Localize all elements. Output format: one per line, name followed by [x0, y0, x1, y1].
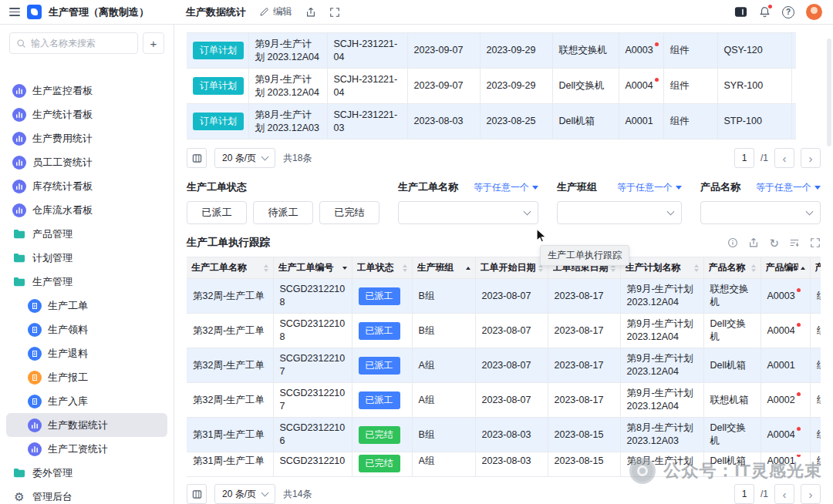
- cell: 组: [810, 418, 821, 452]
- sidebar-item[interactable]: 员工工资统计: [6, 150, 167, 174]
- current-page[interactable]: 1: [734, 484, 754, 504]
- sidebar-item[interactable]: 生产报工: [6, 365, 167, 389]
- column-config-button[interactable]: [187, 484, 207, 504]
- table-row[interactable]: 订单计划 第8月-生产计划 2023.12A03 SCJH-231221-03 …: [187, 104, 796, 139]
- status-chip[interactable]: 已完结: [319, 201, 379, 224]
- cell: SYR-100: [717, 69, 791, 104]
- cell: 第9月-生产计划 2023.12A04: [620, 314, 703, 348]
- column-header[interactable]: 工单状态: [352, 257, 412, 279]
- info-icon[interactable]: [727, 237, 738, 248]
- sidebar-item[interactable]: 委外管理: [6, 461, 167, 485]
- column-header[interactable]: 生产工单名称: [187, 257, 273, 279]
- track-table-wrap: 生产工单名称 生产工单编号 工单状态 生产班组 工单开始日期 工单结束日期 生产…: [187, 257, 821, 477]
- table-row[interactable]: 第32周-生产工单 SCGD23122108 已派工 B组 2023-08-07…: [187, 279, 821, 314]
- edit-button[interactable]: 编辑: [259, 5, 292, 18]
- table-row[interactable]: 订单计划 第9月-生产计划 2023.12A04 SCJH-231221-04 …: [187, 33, 796, 69]
- team-select[interactable]: [557, 201, 682, 224]
- cell: 组件: [663, 33, 717, 69]
- sidebar-item-active[interactable]: 生产数据统计: [6, 413, 167, 437]
- sidebar-item[interactable]: 生产领料: [6, 318, 167, 341]
- sidebar-item[interactable]: 产品管理: [6, 222, 167, 246]
- fullscreen-icon[interactable]: [810, 237, 821, 248]
- search-box[interactable]: [9, 32, 138, 54]
- cell: SCGD23122106: [273, 418, 352, 452]
- cell: SCJH-231221-04: [327, 69, 407, 104]
- search-input[interactable]: [31, 38, 131, 49]
- column-header[interactable]: 工单开始日期: [475, 257, 548, 279]
- sidebar-item[interactable]: 仓库流水看板: [6, 198, 167, 222]
- page-size-select[interactable]: 20 条/页: [214, 148, 275, 168]
- sort-carets: [403, 264, 407, 272]
- cell: SCJH-231221-04: [327, 33, 407, 69]
- prev-page-button[interactable]: ‹: [774, 484, 794, 504]
- sidebar-item-admin[interactable]: ⚙ 管理后台: [6, 485, 167, 504]
- table-row[interactable]: 订单计划 第9月-生产计划 2023.12A04 SCJH-231221-04 …: [187, 69, 796, 104]
- dashboard-icon: [12, 156, 26, 170]
- order-plan-tag: 订单计划: [193, 113, 244, 130]
- cell: 2023-08-03: [475, 418, 548, 452]
- next-page-button[interactable]: ›: [801, 148, 821, 168]
- user-avatar[interactable]: [806, 4, 822, 20]
- sidebar-item[interactable]: 生产费用统计: [6, 126, 167, 150]
- next-page-button[interactable]: ›: [801, 484, 821, 504]
- sidebar-item[interactable]: 生产工资统计: [6, 437, 167, 461]
- table-row[interactable]: 第32周-生产工单 SCGD23122107 已派工 A组 2023-08-07…: [187, 383, 821, 418]
- plan-table: 订单计划 第9月-生产计划 2023.12A04 SCJH-231221-04 …: [187, 32, 796, 139]
- cell: 2023-08-07: [475, 314, 548, 348]
- table-row[interactable]: 第31周-生产工单 SCGD23122105 已完结 A组 2023-08-03…: [187, 452, 821, 477]
- table-row[interactable]: 第32周-生产工单 SCGD23122107 已派工 A组 2023-08-07…: [187, 348, 821, 383]
- column-header[interactable]: 产品编码: [760, 257, 810, 279]
- table-row[interactable]: 第32周-生产工单 SCGD23122108 已派工 B组 2023-08-07…: [187, 314, 821, 348]
- cell: SCJH-231221-03: [327, 104, 407, 139]
- sidebar-item[interactable]: 计划管理: [6, 246, 167, 270]
- chevron-down-icon: [261, 153, 269, 160]
- menu-icon[interactable]: [9, 8, 20, 16]
- sidebar-item[interactable]: 库存统计看板: [6, 174, 167, 198]
- current-page[interactable]: 1: [734, 148, 754, 168]
- column-header[interactable]: 产: [810, 257, 821, 279]
- cell: 已派工: [352, 279, 412, 314]
- status-chip[interactable]: 待派工: [253, 201, 313, 224]
- sidebar-item[interactable]: 生产监控看板: [6, 79, 167, 102]
- sidebar-item[interactable]: 生产工单: [6, 294, 167, 318]
- cell: A0001: [760, 452, 810, 477]
- dashboard-icon: [12, 180, 26, 193]
- workorder-name-select[interactable]: [398, 201, 538, 224]
- cell: A0003: [619, 33, 663, 69]
- sidebar-item[interactable]: 生产统计看板: [6, 102, 167, 126]
- notification-bell-icon[interactable]: [759, 6, 771, 18]
- sidebar-item[interactable]: 生产管理: [6, 270, 167, 294]
- help-icon[interactable]: ?: [782, 6, 794, 18]
- fullscreen-icon[interactable]: [329, 7, 340, 18]
- operator-dropdown[interactable]: 等于任意一个: [617, 181, 682, 194]
- sidebar-item[interactable]: 生产入库: [6, 389, 167, 413]
- operator-dropdown[interactable]: 等于任意一个: [756, 181, 821, 194]
- prev-page-button[interactable]: ‹: [774, 148, 794, 168]
- refresh-icon[interactable]: ↻: [769, 237, 779, 249]
- product-select[interactable]: [700, 201, 821, 224]
- column-header[interactable]: 生产工单编号: [273, 257, 352, 279]
- column-header[interactable]: 生产班组: [412, 257, 475, 279]
- cell: A组: [412, 348, 475, 383]
- table-row[interactable]: 第31周-生产工单 SCGD23122106 已完结 B组 2023-08-03…: [187, 418, 821, 452]
- scrollbar-thumb[interactable]: [827, 39, 831, 146]
- column-header[interactable]: 产品名称: [703, 257, 760, 279]
- sort-settings-icon[interactable]: [789, 237, 800, 248]
- panel-toggle-icon[interactable]: [734, 5, 747, 18]
- operator-dropdown[interactable]: 等于任意一个: [474, 181, 538, 194]
- column-config-button[interactable]: [187, 148, 207, 168]
- export-icon[interactable]: [748, 237, 759, 248]
- pencil-icon: [259, 7, 269, 17]
- chevron-right-icon: ›: [809, 153, 813, 164]
- search-icon: [16, 39, 26, 49]
- share-icon[interactable]: [305, 7, 316, 18]
- page-size-select[interactable]: 20 条/页: [214, 484, 275, 504]
- column-header[interactable]: 生产计划名称: [620, 257, 703, 279]
- cell: A0003: [760, 279, 810, 314]
- status-chip[interactable]: 已派工: [187, 201, 247, 224]
- track-table: 生产工单名称 生产工单编号 工单状态 生产班组 工单开始日期 工单结束日期 生产…: [187, 257, 821, 477]
- cell: 2023-08-07: [475, 348, 548, 383]
- add-button[interactable]: +: [143, 32, 164, 54]
- column-config-icon: [192, 153, 202, 163]
- sidebar-item[interactable]: 生产退料: [6, 341, 167, 365]
